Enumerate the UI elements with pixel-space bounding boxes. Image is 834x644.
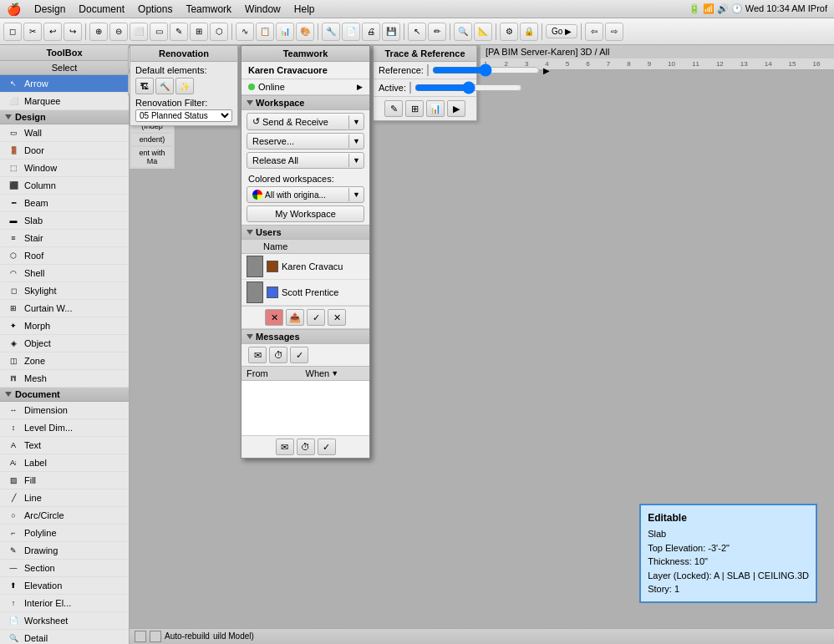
toolbar-btn-23[interactable]: 📐 <box>474 23 492 41</box>
toolbar-btn-6[interactable]: ⊖ <box>109 23 128 41</box>
teamwork-status-arrow[interactable]: ▶ <box>357 83 363 91</box>
tool-morph[interactable]: ✦ Morph <box>0 317 129 335</box>
toolbar-go-btn[interactable]: Go ▶ <box>546 24 577 38</box>
tool-column[interactable]: ⬛ Column <box>0 177 129 195</box>
toolbar-btn-9[interactable]: ✎ <box>170 23 188 41</box>
reno-icon-1[interactable]: 🏗 <box>135 78 154 94</box>
my-workspace-btn[interactable]: My Workspace <box>247 205 364 222</box>
trace-btn-3[interactable]: 📊 <box>426 100 445 117</box>
toolbar-btn-21[interactable]: ✏ <box>428 23 446 41</box>
tool-roof[interactable]: ⬡ Roof <box>0 247 129 265</box>
menu-help[interactable]: Help <box>287 2 322 17</box>
menu-window[interactable]: Window <box>238 2 287 17</box>
design-section-header[interactable]: Design <box>0 110 129 124</box>
toolbar-btn-19[interactable]: 💾 <box>382 23 400 41</box>
tool-window[interactable]: ⬚ Window <box>0 160 129 177</box>
tool-wall[interactable]: ▭ Wall <box>0 124 129 142</box>
menu-options[interactable]: Options <box>131 2 179 17</box>
tool-mesh[interactable]: ⩎ Mesh <box>0 370 129 388</box>
msg-clock-btn[interactable]: ⏱ <box>269 347 287 363</box>
toolbar-btn-3[interactable]: ↩ <box>43 23 62 41</box>
tool-polyline[interactable]: ⌐ Polyline <box>0 525 129 542</box>
tool-curtain-wall[interactable]: ⊞ Curtain W... <box>0 300 129 317</box>
reference-arrow[interactable]: ▶ <box>543 66 550 75</box>
toolbar-btn-1[interactable]: ◻ <box>3 23 22 41</box>
tool-text[interactable]: A Text <box>0 437 129 454</box>
msg-check2-btn[interactable]: ✓ <box>318 439 336 455</box>
release-all-btn[interactable]: Release All <box>247 153 348 168</box>
active-color-swatch[interactable] <box>409 82 411 94</box>
messages-section-header[interactable]: Messages <box>242 329 369 344</box>
tool-object[interactable]: ◈ Object <box>0 335 129 352</box>
tool-line[interactable]: ╱ Line <box>0 489 129 507</box>
toolbar-btn-11[interactable]: ⬡ <box>210 23 228 41</box>
tool-arrow[interactable]: ↖ Arrow <box>0 75 129 93</box>
toolbar-btn-16[interactable]: 🔧 <box>322 23 340 41</box>
tool-door[interactable]: 🚪 Door <box>0 142 129 160</box>
msg-check-btn[interactable]: ✓ <box>290 347 308 363</box>
tool-elevation[interactable]: ⬆ Elevation <box>0 577 129 595</box>
msg-clock2-btn[interactable]: ⏱ <box>297 439 315 455</box>
status-btn-1[interactable] <box>135 631 146 642</box>
reserve-dropdown[interactable]: ▼ <box>348 134 364 148</box>
reference-opacity-slider[interactable] <box>432 66 540 74</box>
apple-icon[interactable]: 🍎 <box>7 3 21 16</box>
tool-beam[interactable]: ━ Beam <box>0 195 129 212</box>
toolbar-btn-12[interactable]: ∿ <box>236 23 254 41</box>
trace-btn-4[interactable]: ▶ <box>447 100 465 117</box>
menu-design[interactable]: Design <box>28 2 72 17</box>
toolbar-btn-14[interactable]: 📊 <box>276 23 294 41</box>
reno-icon-2[interactable]: 🔨 <box>155 78 174 94</box>
reserve-btn[interactable]: Reserve... <box>247 134 348 149</box>
toolbar-btn-22[interactable]: 🔍 <box>454 23 472 41</box>
toolbar-btn-24[interactable]: ⚙ <box>500 23 518 41</box>
user-remove-btn[interactable]: ✕ <box>265 309 283 326</box>
toolbar-btn-17[interactable]: 📄 <box>342 23 360 41</box>
users-section-header[interactable]: Users <box>242 225 369 240</box>
users-col-name[interactable]: Name <box>263 241 364 251</box>
reference-color-swatch[interactable] <box>427 64 429 76</box>
toolbar-btn-5[interactable]: ⊕ <box>89 23 108 41</box>
tool-worksheet[interactable]: 📄 Worksheet <box>0 612 129 630</box>
tool-shell[interactable]: ◠ Shell <box>0 265 129 282</box>
msg-col-when[interactable]: When ▼ <box>306 368 365 378</box>
tool-interior-el[interactable]: ↑ Interior El... <box>0 595 129 612</box>
tool-marquee[interactable]: ⬜ Marquee <box>0 93 129 110</box>
user-send-btn[interactable]: 📤 <box>286 309 304 326</box>
menu-teamwork[interactable]: Teamwork <box>179 2 238 17</box>
reno-icon-3[interactable]: ✨ <box>175 78 194 94</box>
document-section-header[interactable]: Document <box>0 388 129 402</box>
toolbar-btn-4[interactable]: ↪ <box>64 23 82 41</box>
release-all-dropdown[interactable]: ▼ <box>348 154 364 167</box>
tool-dimension[interactable]: ↔ Dimension <box>0 402 129 419</box>
tool-drawing[interactable]: ✎ Drawing <box>0 542 129 560</box>
select-tool[interactable]: Select <box>0 61 129 75</box>
status-btn-2[interactable] <box>150 631 161 642</box>
tool-skylight[interactable]: ◻ Skylight <box>0 282 129 300</box>
msg-new-btn[interactable]: ✉ <box>276 439 294 455</box>
tool-level-dim[interactable]: ↕ Level Dim... <box>0 419 129 437</box>
tool-label[interactable]: Aᵢ Label <box>0 454 129 472</box>
send-receive-dropdown[interactable]: ▼ <box>348 115 364 129</box>
toolbar-btn-back[interactable]: ⇦ <box>585 23 603 41</box>
toolbar-btn-13[interactable]: 📋 <box>256 23 274 41</box>
workspace-section-header[interactable]: Workspace <box>242 95 369 110</box>
renovation-filter-select[interactable]: 05 Planned Status <box>135 109 232 122</box>
toolbar-btn-18[interactable]: 🖨 <box>362 23 380 41</box>
user-reject-btn[interactable]: ✕ <box>328 309 346 326</box>
tool-arc-circle[interactable]: ○ Arc/Circle <box>0 507 129 525</box>
user-accept-btn[interactable]: ✓ <box>307 309 325 326</box>
tool-section[interactable]: — Section <box>0 560 129 577</box>
tool-detail[interactable]: 🔍 Detail <box>0 630 129 644</box>
toolbar-btn-7[interactable]: ⬜ <box>130 23 148 41</box>
toolbar-btn-2[interactable]: ✂ <box>23 23 42 41</box>
toolbar-btn-15[interactable]: 🎨 <box>296 23 314 41</box>
trace-btn-2[interactable]: ⊞ <box>405 100 424 117</box>
tool-slab[interactable]: ▬ Slab <box>0 212 129 230</box>
menu-document[interactable]: Document <box>72 2 131 17</box>
tool-fill[interactable]: ▨ Fill <box>0 472 129 489</box>
toolbar-btn-forward[interactable]: ⇨ <box>605 23 623 41</box>
active-opacity-slider[interactable] <box>414 84 522 92</box>
tool-zone[interactable]: ◫ Zone <box>0 352 129 370</box>
colored-workspaces-select[interactable]: All with origina... ▼ <box>247 186 364 203</box>
